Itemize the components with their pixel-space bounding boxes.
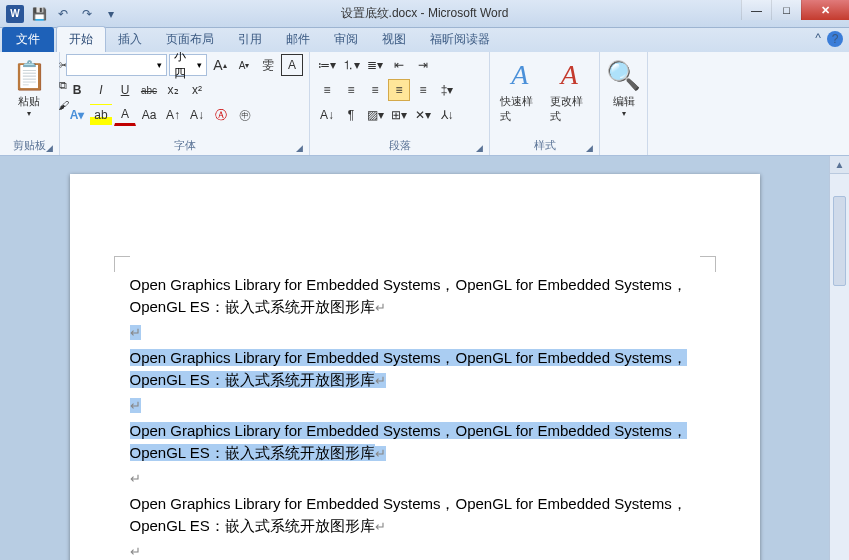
multilevel-icon[interactable]: ≣▾: [364, 54, 386, 76]
clear-formatting-icon[interactable]: Ⓐ: [210, 104, 232, 126]
redo-icon[interactable]: ↷: [76, 3, 98, 25]
bullets-icon[interactable]: ≔▾: [316, 54, 338, 76]
quick-access-toolbar: W 💾 ↶ ↷ ▾: [0, 3, 122, 25]
group-label-styles: 样式◢: [496, 136, 593, 155]
grow-font2-icon[interactable]: A↑: [162, 104, 184, 126]
justify-icon[interactable]: ≡: [388, 79, 410, 101]
styles-launcher-icon[interactable]: ◢: [586, 143, 593, 153]
editing-button[interactable]: 🔍 编辑 ▾: [601, 54, 647, 120]
undo-icon[interactable]: ↶: [52, 3, 74, 25]
shrink-font2-icon[interactable]: A↓: [186, 104, 208, 126]
empty-para-3[interactable]: ↵: [130, 468, 700, 489]
window-controls: — □ ✕: [741, 0, 849, 20]
pilcrow-icon: ↵: [375, 300, 386, 315]
show-marks-icon[interactable]: ¶: [340, 104, 362, 126]
shrink-font-icon[interactable]: A▾: [233, 54, 255, 76]
scroll-up-icon[interactable]: ▲: [830, 156, 849, 174]
quick-styles-icon: A: [511, 56, 528, 94]
scroll-thumb[interactable]: [833, 196, 846, 286]
distribute-icon[interactable]: ≡: [412, 79, 434, 101]
empty-para-2[interactable]: ↵: [130, 395, 700, 416]
tab-foxit[interactable]: 福昕阅读器: [418, 27, 502, 52]
paragraph-2[interactable]: Open Graphics Library for Embedded Syste…: [130, 347, 700, 391]
tab-review[interactable]: 审阅: [322, 27, 370, 52]
paste-button[interactable]: 📋 粘贴 ▾: [6, 54, 52, 120]
strike-button[interactable]: abc: [138, 79, 160, 101]
minimize-ribbon-icon[interactable]: ^: [815, 31, 821, 47]
empty-para-1[interactable]: ↵: [130, 322, 700, 343]
increase-indent-icon[interactable]: ⇥: [412, 54, 434, 76]
shading-icon[interactable]: ▨▾: [364, 104, 386, 126]
grow-font-icon[interactable]: A▴: [209, 54, 231, 76]
ribbon-help: ^ ?: [815, 31, 843, 47]
bold-button[interactable]: B: [66, 79, 88, 101]
change-styles-icon: A: [561, 56, 578, 94]
ribbon: 📋 粘贴 ▾ ✂ ⧉ 🖌 剪贴板◢ ▾ 小四▾ A▴ A▾ 雯 A B: [0, 52, 849, 156]
qat-dropdown-icon[interactable]: ▾: [100, 3, 122, 25]
tab-file[interactable]: 文件: [2, 27, 54, 52]
font-launcher-icon[interactable]: ◢: [296, 143, 303, 153]
tab-insert[interactable]: 插入: [106, 27, 154, 52]
word-icon: W: [6, 5, 24, 23]
align-center-icon[interactable]: ≡: [340, 79, 362, 101]
group-label-clipboard: 剪贴板◢: [6, 136, 53, 155]
text-effects-icon[interactable]: A▾: [66, 104, 88, 126]
decrease-indent-icon[interactable]: ⇤: [388, 54, 410, 76]
paragraph-1[interactable]: Open Graphics Library for Embedded Syste…: [130, 274, 700, 318]
align-right-icon[interactable]: ≡: [364, 79, 386, 101]
group-styles: A 快速样式 A 更改样式 样式◢: [490, 52, 600, 155]
margin-corner-tl: [114, 256, 130, 272]
enclosed-char-icon[interactable]: ㊥: [234, 104, 256, 126]
font-name-combo[interactable]: ▾: [66, 54, 167, 76]
italic-button[interactable]: I: [90, 79, 112, 101]
document-area[interactable]: Open Graphics Library for Embedded Syste…: [0, 156, 829, 560]
editing-label: 编辑: [613, 94, 635, 109]
clipboard-launcher-icon[interactable]: ◢: [46, 143, 53, 153]
tab-home[interactable]: 开始: [56, 26, 106, 52]
quick-styles-button[interactable]: A 快速样式: [496, 54, 544, 126]
font-color-icon[interactable]: A: [114, 104, 136, 126]
pilcrow-icon: ↵: [375, 519, 386, 534]
tab-view[interactable]: 视图: [370, 27, 418, 52]
phonetic-guide-icon[interactable]: 雯: [257, 54, 279, 76]
sort-icon[interactable]: A↓: [316, 104, 338, 126]
pilcrow-icon: ↵: [375, 373, 386, 388]
save-icon[interactable]: 💾: [28, 3, 50, 25]
paragraph-3[interactable]: Open Graphics Library for Embedded Syste…: [130, 420, 700, 464]
change-styles-button[interactable]: A 更改样式: [546, 54, 594, 126]
tab-mailings[interactable]: 邮件: [274, 27, 322, 52]
align-left-icon[interactable]: ≡: [316, 79, 338, 101]
close-button[interactable]: ✕: [801, 0, 849, 20]
paragraph-4[interactable]: Open Graphics Library for Embedded Syste…: [130, 493, 700, 537]
font-size-combo[interactable]: 小四▾: [169, 54, 207, 76]
char-border-icon[interactable]: A: [281, 54, 303, 76]
tab-references[interactable]: 引用: [226, 27, 274, 52]
highlight-color-icon[interactable]: ab: [90, 104, 112, 126]
vertical-scrollbar[interactable]: ▲: [829, 156, 849, 560]
empty-para-4[interactable]: ↵: [130, 541, 700, 560]
paragraph-launcher-icon[interactable]: ◢: [476, 143, 483, 153]
quick-styles-label: 快速样式: [500, 94, 540, 124]
subscript-button[interactable]: x₂: [162, 79, 184, 101]
window-title: 设置底纹.docx - Microsoft Word: [341, 5, 509, 22]
help-icon[interactable]: ?: [827, 31, 843, 47]
change-case-icon[interactable]: Aa: [138, 104, 160, 126]
ribbon-tabs: 文件 开始 插入 页面布局 引用 邮件 审阅 视图 福昕阅读器 ^ ?: [0, 28, 849, 52]
borders-icon[interactable]: ⊞▾: [388, 104, 410, 126]
page: Open Graphics Library for Embedded Syste…: [70, 174, 760, 560]
numbering-icon[interactable]: ⒈▾: [340, 54, 362, 76]
title-bar: W 💾 ↶ ↷ ▾ 设置底纹.docx - Microsoft Word — □…: [0, 0, 849, 28]
line-spacing-icon[interactable]: ‡▾: [436, 79, 458, 101]
superscript-button[interactable]: x²: [186, 79, 208, 101]
para-sort2-icon[interactable]: ⅄↓: [436, 104, 458, 126]
group-editing: 🔍 编辑 ▾: [600, 52, 648, 155]
underline-button[interactable]: U: [114, 79, 136, 101]
app-icon[interactable]: W: [4, 3, 26, 25]
x-icon[interactable]: ✕▾: [412, 104, 434, 126]
maximize-button[interactable]: □: [771, 0, 801, 20]
tab-layout[interactable]: 页面布局: [154, 27, 226, 52]
minimize-button[interactable]: —: [741, 0, 771, 20]
group-label-editing: [606, 139, 641, 155]
group-clipboard: 📋 粘贴 ▾ ✂ ⧉ 🖌 剪贴板◢: [0, 52, 60, 155]
group-label-paragraph: 段落◢: [316, 136, 483, 155]
